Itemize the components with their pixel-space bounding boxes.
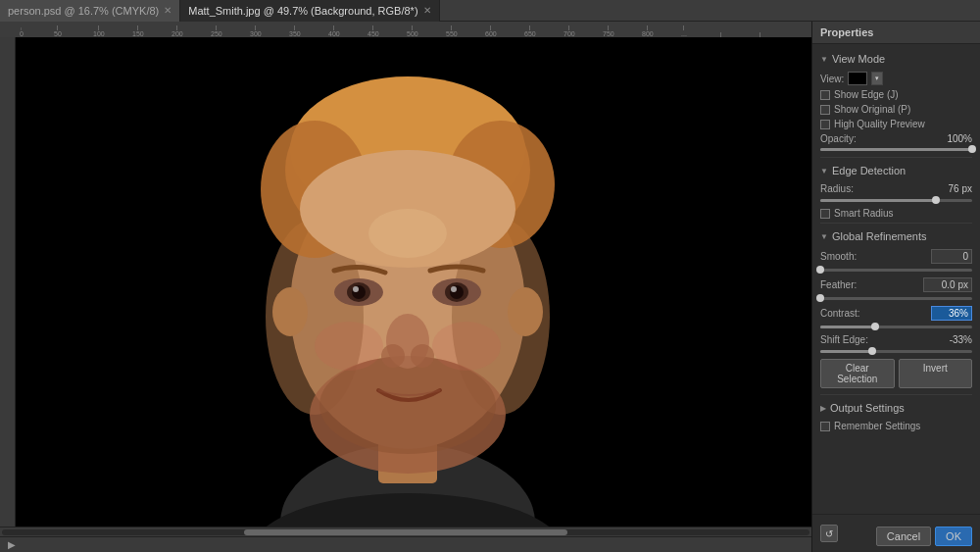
svg-point-23 [381,344,405,368]
smooth-slider[interactable] [820,269,972,272]
status-bar: ▶ [0,536,811,552]
svg-point-29 [368,209,447,258]
section-output-settings[interactable]: ▶ Output Settings [820,399,972,417]
canvas-image[interactable] [16,37,811,527]
edge-label: Edge Detection [832,165,906,176]
section-arrow: ▼ [820,55,828,64]
radius-slider[interactable] [820,199,972,202]
smooth-input[interactable] [931,249,972,264]
cancel-button[interactable]: Cancel [876,527,931,546]
opacity-label: Opacity: [820,133,857,144]
ok-button[interactable]: OK [935,527,972,546]
opacity-row: Opacity: 100% [820,133,972,144]
show-original-row: Show Original (P) [820,104,972,115]
svg-point-17 [353,286,359,292]
show-edge-label: Show Edge (J) [834,89,899,100]
smooth-label: Smooth: [820,251,857,262]
radius-value: 76 px [949,183,972,194]
view-dropdown[interactable]: ▾ [871,72,883,85]
global-label: Global Refinements [832,230,927,242]
smooth-row: Smooth: [820,249,972,264]
tab-bar: person.psd @ 16.7% (CMYK/8) ✕ Matt_Smith… [0,0,980,22]
feather-slider[interactable] [820,297,972,300]
contrast-label: Contrast: [820,308,860,319]
opacity-slider[interactable] [820,148,972,151]
clear-invert-row: Clear Selection Invert [820,359,972,388]
properties-panel: Properties ▼ View Mode View: ▾ Show Edge… [811,22,980,552]
remember-settings-label: Remember Settings [834,421,920,431]
contrast-input[interactable] [931,306,972,321]
svg-point-8 [319,356,496,454]
svg-point-28 [432,322,501,371]
feather-row: Feather: [820,277,972,292]
smart-radius-checkbox[interactable] [820,209,830,219]
edge-arrow: ▼ [820,167,828,176]
feather-input[interactable] [923,277,972,292]
scrollbar-horizontal[interactable] [0,527,811,536]
opacity-value: 100% [947,133,972,144]
view-thumbnail[interactable] [848,72,867,85]
view-label: View: [820,74,844,84]
svg-point-25 [272,287,308,336]
shift-edge-value: -33% [950,334,972,345]
invert-button[interactable]: Invert [899,359,973,388]
ruler-vertical [0,37,16,527]
radius-row: Radius: 76 px [820,183,972,194]
radius-label: Radius: [820,183,854,194]
smart-radius-label: Smart Radius [834,208,894,219]
smart-radius-row: Smart Radius [820,208,972,219]
contrast-row: Contrast: [820,306,972,321]
canvas-content [0,37,811,527]
shift-edge-label: Shift Edge: [820,334,868,345]
tab-matt-smith[interactable]: Matt_Smith.jpg @ 49.7% (Background, RGB/… [180,0,439,22]
high-quality-row: High Quality Preview [820,119,972,129]
contrast-slider[interactable] [820,326,972,328]
high-quality-label: High Quality Preview [834,119,925,129]
ruler-horizontal: 0 50 100 150 200 250 300 350 400 450 500… [0,22,811,37]
section-global-refinements[interactable]: ▼ Global Refinements [820,227,972,245]
panel-header: Properties [812,22,980,44]
nav-arrow[interactable]: ▶ [8,539,16,550]
shift-edge-row: Shift Edge: -33% [820,334,972,345]
tab-person-psd[interactable]: person.psd @ 16.7% (CMYK/8) ✕ [0,0,180,22]
section-label: View Mode [832,53,885,65]
feather-label: Feather: [820,279,857,290]
svg-point-24 [411,344,434,368]
bottom-buttons: Cancel OK [876,527,972,546]
svg-point-27 [315,322,383,371]
svg-point-26 [508,287,543,336]
tab-close-person[interactable]: ✕ [164,5,172,16]
remember-settings-row: Remember Settings [820,421,972,431]
clear-selection-button[interactable]: Clear Selection [820,359,895,388]
panel-bottom: ↺ Cancel OK [812,514,980,552]
svg-point-21 [451,286,457,292]
show-original-label: Show Original (P) [834,104,910,115]
history-button[interactable]: ↺ [820,525,838,542]
canvas-area: 0 50 100 150 200 250 300 350 400 450 500… [0,22,811,552]
view-row: View: ▾ [820,72,972,85]
remember-settings-checkbox[interactable] [820,422,830,431]
high-quality-checkbox[interactable] [820,120,830,129]
shift-edge-slider[interactable] [820,350,972,353]
panel-content: ▼ View Mode View: ▾ Show Edge (J) Show O… [812,44,980,514]
tab-label-active: Matt_Smith.jpg @ 49.7% (Background, RGB/… [188,5,417,17]
tab-label: person.psd @ 16.7% (CMYK/8) [8,5,159,17]
show-edge-row: Show Edge (J) [820,89,972,100]
main-layout: 0 50 100 150 200 250 300 350 400 450 500… [0,22,980,552]
panel-title: Properties [820,26,873,38]
tab-close-matt[interactable]: ✕ [423,5,431,16]
output-label: Output Settings [830,402,905,414]
section-edge-detection[interactable]: ▼ Edge Detection [820,162,972,179]
show-original-checkbox[interactable] [820,105,830,115]
output-arrow: ▶ [820,404,826,413]
section-view-mode[interactable]: ▼ View Mode [820,50,972,68]
show-edge-checkbox[interactable] [820,90,830,100]
global-arrow: ▼ [820,232,828,241]
